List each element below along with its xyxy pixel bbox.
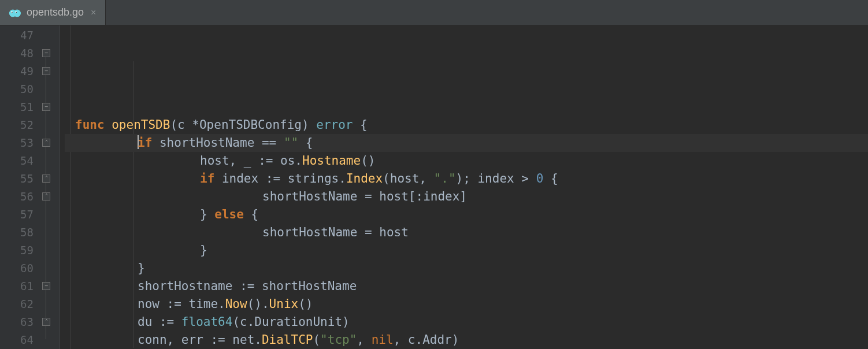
code-token: } — [200, 243, 207, 257]
code-token: { — [543, 172, 558, 185]
code-token: if — [138, 136, 159, 150]
code-line[interactable]: now := time.Now().Unix() — [65, 295, 868, 313]
code-token: () — [361, 154, 375, 168]
code-area[interactable]: func openTSDB(c *OpenTSDBConfig) error {… — [60, 25, 868, 349]
fold-end-icon[interactable]: ˄ — [42, 318, 50, 326]
line-number: 58 — [0, 224, 34, 242]
code-token: , — [357, 333, 371, 347]
fold-end-icon[interactable]: ˄ — [42, 192, 50, 201]
code-line[interactable]: if index := strings.Index(host, "."); in… — [65, 170, 868, 188]
svg-point-5 — [16, 12, 16, 12]
tab-opentsdb[interactable]: opentsdb.go × — [0, 0, 106, 25]
code-token: shortHostName == — [159, 136, 284, 150]
line-number: 54 — [0, 152, 34, 170]
code-token: func — [75, 118, 112, 132]
line-number: 57 — [0, 206, 34, 224]
code-token: float64 — [181, 315, 233, 329]
svg-point-1 — [13, 9, 21, 17]
code-token: () — [298, 297, 313, 311]
fold-column[interactable]: −−−˄˄˄−˄ — [40, 25, 60, 349]
fold-collapse-icon[interactable]: − — [42, 103, 50, 111]
line-number: 60 — [0, 259, 34, 277]
code-line[interactable]: conn, err := net.DialTCP("tcp", nil, c.A… — [65, 331, 868, 349]
code-line[interactable]: } else { — [65, 206, 868, 224]
code-token: if — [200, 172, 222, 185]
code-token: shortHostName = host — [262, 225, 409, 239]
tab-filename: opentsdb.go — [27, 6, 84, 18]
line-number-gutter: 474849505152535455565758596061626364 — [0, 25, 40, 349]
line-number: 61 — [0, 277, 34, 295]
code-token: , c.Addr) — [394, 333, 459, 347]
line-number: 47 — [0, 27, 34, 44]
code-token: (c *OpenTSDBConfig) — [170, 118, 316, 132]
code-token: "" — [284, 136, 298, 150]
svg-point-3 — [12, 12, 12, 12]
line-number: 52 — [0, 116, 34, 134]
line-number: 59 — [0, 242, 34, 259]
code-token: shortHostname := shortHostName — [138, 279, 357, 293]
line-number: 51 — [0, 98, 34, 116]
fold-collapse-icon[interactable]: − — [42, 67, 50, 75]
code-line[interactable]: } — [65, 259, 868, 277]
code-token: Now — [225, 297, 247, 311]
code-token: conn, err := net. — [138, 333, 262, 347]
code-token: ( — [313, 333, 320, 347]
code-line[interactable]: func openTSDB(c *OpenTSDBConfig) error { — [65, 116, 868, 134]
tab-close-icon[interactable]: × — [90, 8, 97, 18]
code-token: shortHostName = host[:index] — [262, 190, 467, 203]
code-token: DialTCP — [262, 333, 313, 347]
code-token: Index — [346, 172, 383, 185]
code-token: (c.DurationUnit) — [232, 315, 349, 329]
code-token: now := time. — [138, 297, 225, 311]
tab-bar: opentsdb.go × — [0, 0, 868, 25]
code-token: nil — [372, 333, 394, 347]
code-token: "." — [434, 172, 456, 185]
fold-end-icon[interactable]: ˄ — [42, 139, 50, 147]
code-line[interactable] — [65, 98, 868, 116]
code-token: error — [316, 118, 360, 132]
line-number: 62 — [0, 295, 34, 313]
code-editor[interactable]: 474849505152535455565758596061626364 −−−… — [0, 25, 868, 349]
line-number: 49 — [0, 62, 34, 80]
code-token: "tcp" — [320, 333, 357, 347]
fold-collapse-icon[interactable]: − — [42, 49, 50, 57]
fold-end-icon[interactable]: ˄ — [42, 174, 50, 183]
code-token: Hostname — [302, 154, 361, 168]
code-token: { — [251, 207, 259, 221]
line-number: 64 — [0, 331, 34, 349]
code-token: host — [200, 154, 229, 168]
code-line[interactable]: shortHostname := shortHostName — [65, 277, 868, 295]
code-line[interactable]: shortHostName = host — [65, 224, 868, 242]
code-token: , _ := os. — [229, 154, 302, 168]
line-number: 50 — [0, 80, 34, 98]
code-token: ); index > — [456, 172, 536, 185]
line-number: 48 — [0, 44, 34, 62]
code-line[interactable]: shortHostName = host[:index] — [65, 188, 868, 206]
go-file-icon — [8, 6, 21, 19]
code-token: openTSDB — [112, 118, 170, 132]
code-token: } — [138, 261, 145, 275]
line-number: 63 — [0, 313, 34, 331]
code-token: Unix — [269, 297, 299, 311]
code-token: 0 — [536, 172, 544, 185]
code-token: (). — [247, 297, 269, 311]
fold-collapse-icon[interactable]: − — [42, 282, 50, 290]
line-number: 55 — [0, 170, 34, 188]
code-token: { — [298, 136, 313, 150]
code-line[interactable]: } — [65, 242, 868, 259]
code-token: index := strings. — [222, 172, 346, 185]
line-number: 53 — [0, 134, 34, 152]
line-number: 56 — [0, 188, 34, 206]
code-token: else — [214, 207, 251, 221]
code-line[interactable]: du := float64(c.DurationUnit) — [65, 313, 868, 331]
code-token: (host, — [383, 172, 434, 185]
code-line[interactable]: if shortHostName == "" { — [65, 134, 868, 152]
code-token: } — [200, 207, 214, 221]
code-line[interactable]: host, _ := os.Hostname() — [65, 152, 868, 170]
code-token: { — [360, 118, 368, 132]
code-token: du := — [138, 315, 181, 329]
